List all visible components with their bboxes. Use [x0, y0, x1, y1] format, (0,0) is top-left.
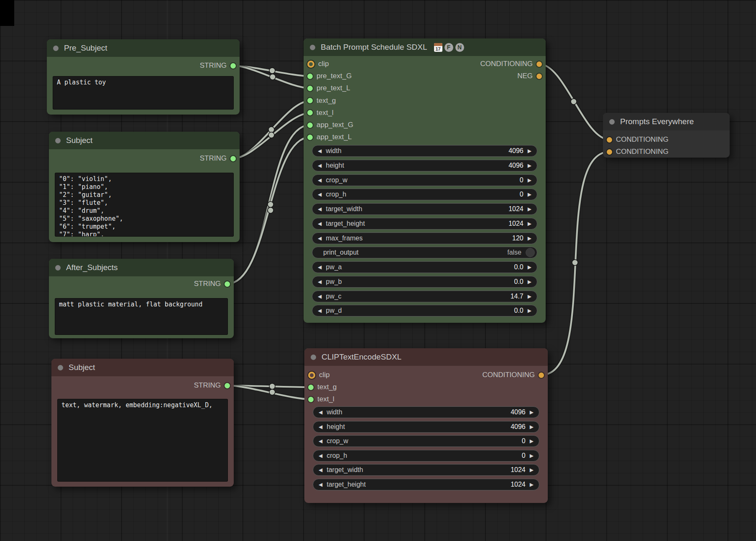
input-slot-dot-icon[interactable] — [307, 122, 313, 128]
wire-midpoint-dot[interactable] — [269, 68, 275, 74]
wire-midpoint-dot[interactable] — [269, 389, 275, 395]
node-after-subjects[interactable]: After_SubjectsSTRINGmatt plastic materia… — [49, 259, 234, 338]
output-slot-dot-icon[interactable] — [539, 373, 544, 378]
wire-midpoint-dot[interactable] — [571, 99, 577, 105]
increment-arrow-icon[interactable]: ▶ — [528, 308, 531, 313]
widget-pw-d[interactable]: ◀pw_d0.0▶ — [312, 305, 537, 316]
widget-crop-h[interactable]: ◀crop_h0▶ — [313, 450, 539, 462]
input-slot-text-l-2[interactable]: text_l — [308, 395, 335, 404]
collapse-dot[interactable] — [310, 45, 315, 50]
decrement-arrow-icon[interactable]: ◀ — [318, 207, 322, 212]
output-slot-conditioning[interactable]: CONDITIONING — [480, 59, 542, 69]
input-slot-dot-icon[interactable] — [307, 110, 313, 115]
increment-arrow-icon[interactable]: ▶ — [528, 148, 531, 153]
wire-midpoint-dot[interactable] — [269, 383, 275, 389]
toggle-knob[interactable] — [526, 248, 535, 257]
node-batch-prompt-schedule-sdxl[interactable]: Batch Prompt Schedule SDXL17FNclippre_te… — [304, 38, 546, 323]
widget-height[interactable]: ◀height4096▶ — [313, 421, 539, 433]
increment-arrow-icon[interactable]: ▶ — [528, 265, 531, 270]
output-slot-dot-icon[interactable] — [230, 63, 236, 69]
decrement-arrow-icon[interactable]: ◀ — [318, 192, 322, 197]
input-slot-text-g-3[interactable]: text_g — [307, 96, 336, 105]
input-slot-dot-icon[interactable] — [307, 135, 313, 140]
input-slot-dot-icon[interactable] — [307, 74, 313, 79]
output-slot-string[interactable]: STRING — [194, 279, 230, 288]
increment-arrow-icon[interactable]: ▶ — [528, 221, 531, 226]
input-slot-conditioning[interactable]: CONDITIONING — [607, 135, 669, 144]
clip-slot-ring-icon[interactable] — [308, 372, 315, 379]
input-slot-dot-icon[interactable] — [607, 137, 612, 143]
output-slot-dot-icon[interactable] — [536, 61, 542, 67]
widget-crop-h[interactable]: ◀crop_h0▶ — [312, 189, 537, 200]
text-area[interactable]: matt plastic material, flat background — [55, 298, 228, 335]
increment-arrow-icon[interactable]: ▶ — [528, 279, 531, 284]
increment-arrow-icon[interactable]: ▶ — [528, 192, 531, 197]
wire-midpoint-dot[interactable] — [268, 202, 273, 207]
increment-arrow-icon[interactable]: ▶ — [530, 467, 534, 472]
increment-arrow-icon[interactable]: ▶ — [528, 294, 531, 299]
node-cliptextencode-sdxl[interactable]: CLIPTextEncodeSDXLcliptext_gtext_lCONDIT… — [304, 348, 548, 503]
decrement-arrow-icon[interactable]: ◀ — [318, 294, 322, 299]
increment-arrow-icon[interactable]: ▶ — [530, 439, 534, 444]
text-area[interactable]: text, watermark, embedding:negativeXL_D, — [57, 399, 228, 482]
decrement-arrow-icon[interactable]: ◀ — [319, 424, 322, 429]
decrement-arrow-icon[interactable]: ◀ — [319, 439, 322, 444]
node-prompts-everywhere[interactable]: Prompts EverywhereCONDITIONINGCONDITIONI… — [603, 113, 730, 158]
output-slot-dot-icon[interactable] — [536, 74, 542, 79]
node-title-bar[interactable]: Pre_Subject — [47, 39, 240, 57]
input-slot-clip[interactable]: clip — [307, 59, 329, 69]
collapse-dot[interactable] — [55, 265, 61, 270]
increment-arrow-icon[interactable]: ▶ — [530, 453, 534, 458]
output-slot-string[interactable]: STRING — [200, 61, 236, 70]
output-slot-string[interactable]: STRING — [200, 154, 236, 163]
input-slot-dot-icon[interactable] — [607, 149, 612, 155]
input-slot-dot-icon[interactable] — [308, 385, 314, 390]
node-title-bar[interactable]: After_Subjects — [49, 259, 234, 276]
node-pre-subject[interactable]: Pre_SubjectSTRINGA plastic toy — [47, 39, 240, 115]
increment-arrow-icon[interactable]: ▶ — [530, 482, 534, 487]
collapse-dot[interactable] — [311, 355, 316, 360]
widget-target-height[interactable]: ◀target_height1024▶ — [312, 218, 537, 230]
decrement-arrow-icon[interactable]: ◀ — [319, 453, 322, 458]
decrement-arrow-icon[interactable]: ◀ — [319, 410, 322, 415]
wire-midpoint-dot[interactable] — [572, 260, 578, 265]
widget-height[interactable]: ◀height4096▶ — [312, 160, 537, 171]
node-title-bar[interactable]: Prompts Everywhere — [603, 113, 730, 130]
widget-target-height[interactable]: ◀target_height1024▶ — [313, 479, 539, 490]
node-graph-canvas[interactable]: Pre_SubjectSTRINGA plastic toySubjectSTR… — [0, 0, 756, 541]
input-slot-clip[interactable]: clip — [308, 370, 330, 380]
node-subject-list[interactable]: SubjectSTRING"0": "violin", "1": "piano"… — [49, 132, 240, 242]
input-slot-dot-icon[interactable] — [308, 397, 314, 402]
widget-pw-a[interactable]: ◀pw_a0.0▶ — [312, 261, 537, 273]
text-area[interactable]: "0": "violin", "1": "piano", "2": "guita… — [55, 173, 234, 237]
decrement-arrow-icon[interactable]: ◀ — [318, 148, 322, 153]
output-slot-neg[interactable]: NEG — [517, 71, 542, 81]
widget-pw-c[interactable]: ◀pw_c14.7▶ — [312, 291, 537, 302]
collapse-dot[interactable] — [609, 119, 615, 125]
collapse-dot[interactable] — [53, 46, 59, 51]
input-slot-pre-text-g-1[interactable]: pre_text_G — [307, 71, 352, 81]
input-slot-pre-text-l-2[interactable]: pre_text_L — [307, 84, 350, 93]
increment-arrow-icon[interactable]: ▶ — [528, 236, 531, 241]
wire-midpoint-dot[interactable] — [268, 132, 274, 138]
node-title-bar[interactable]: CLIPTextEncodeSDXL — [304, 348, 548, 366]
widget-print-output[interactable]: print_outputfalse — [312, 247, 537, 258]
input-slot-conditioning-1[interactable]: CONDITIONING — [607, 147, 669, 156]
input-slot-text-l-4[interactable]: text_l — [307, 108, 334, 117]
increment-arrow-icon[interactable]: ▶ — [528, 178, 531, 183]
widget-target-width[interactable]: ◀target_width1024▶ — [312, 203, 537, 215]
decrement-arrow-icon[interactable]: ◀ — [318, 178, 322, 183]
node-title-bar[interactable]: Batch Prompt Schedule SDXL17FN — [304, 38, 546, 56]
wire-midpoint-dot[interactable] — [270, 74, 276, 80]
output-slot-dot-icon[interactable] — [225, 281, 230, 287]
widget-max-frames[interactable]: ◀max_frames120▶ — [312, 232, 537, 244]
output-slot-dot-icon[interactable] — [225, 383, 230, 388]
decrement-arrow-icon[interactable]: ◀ — [319, 482, 322, 487]
increment-arrow-icon[interactable]: ▶ — [528, 207, 531, 212]
decrement-arrow-icon[interactable]: ◀ — [318, 279, 322, 284]
output-slot-string[interactable]: STRING — [194, 381, 230, 390]
input-slot-dot-icon[interactable] — [307, 86, 313, 91]
decrement-arrow-icon[interactable]: ◀ — [318, 221, 322, 226]
wire-midpoint-dot[interactable] — [268, 207, 273, 213]
node-title-bar[interactable]: Subject — [51, 359, 234, 376]
